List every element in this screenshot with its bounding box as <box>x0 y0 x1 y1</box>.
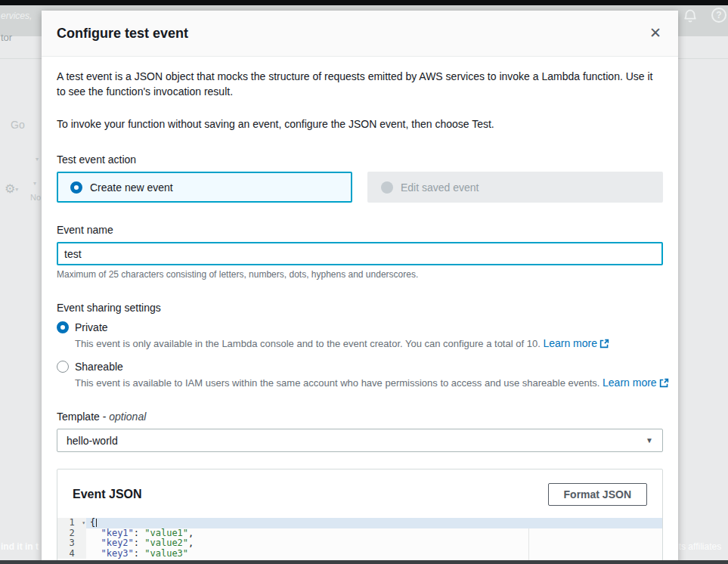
configure-test-event-dialog: Configure test event ✕ A test event is a… <box>42 11 678 564</box>
template-label-text: Template - <box>57 411 106 423</box>
code-text: { <box>86 518 662 528</box>
dialog-title: Configure test event <box>57 25 188 42</box>
json-value-token: "value2" <box>144 538 188 548</box>
private-description: This event is only available in the Lamb… <box>75 337 663 350</box>
event-name-label: Event name <box>57 222 663 237</box>
gear-icon: ⚙▾ <box>5 181 18 196</box>
line-number: 4 <box>69 548 74 559</box>
radio-checked-icon <box>57 321 69 333</box>
code-text: "key1": "value1", <box>86 528 662 539</box>
shareable-radio[interactable]: Shareable <box>57 361 663 373</box>
footer-text-fragment: ind it in t <box>1 541 39 552</box>
code-line: 2 "key1": "value1", <box>57 528 662 539</box>
test-event-action-label: Test event action <box>57 152 663 167</box>
template-optional-text: optional <box>109 411 146 423</box>
radio-disabled-icon <box>381 181 393 194</box>
close-icon[interactable]: ✕ <box>648 26 663 41</box>
private-description-text: This event is only available in the Lamb… <box>75 338 541 349</box>
shareable-description: This event is available to IAM users wit… <box>75 377 663 389</box>
event-sharing-label: Event sharing settings <box>57 300 663 315</box>
learn-more-label: Learn more <box>543 337 597 349</box>
private-radio[interactable]: Private <box>57 321 663 333</box>
instruction-text: To invoke your function without saving a… <box>57 116 663 132</box>
line-number-gutter: 1▾ <box>57 518 86 528</box>
browser-top-edge <box>0 0 728 5</box>
chevron-down-icon: ▾ <box>36 156 39 163</box>
external-link-icon <box>659 378 669 388</box>
template-select[interactable]: hello-world ▼ <box>57 429 663 452</box>
private-radio-label: Private <box>75 321 108 333</box>
line-number-gutter: 4 <box>57 549 86 559</box>
shareable-description-text: This event is available to IAM users wit… <box>75 377 599 389</box>
brace-token: { <box>90 517 95 528</box>
shareable-radio-label: Shareable <box>75 361 123 373</box>
code-text: "key2": "value2", <box>86 538 662 549</box>
event-name-input[interactable] <box>57 242 663 265</box>
edit-saved-event-label: Edit saved event <box>401 181 479 194</box>
format-json-button[interactable]: Format JSON <box>548 483 647 506</box>
event-json-header: Event JSON Format JSON <box>57 469 662 518</box>
edit-saved-event-option[interactable]: Edit saved event <box>367 172 663 203</box>
code-text: "key3": "value3" <box>86 549 662 559</box>
test-event-action-options: Create new event Edit saved event <box>57 172 663 203</box>
radio-unchecked-icon <box>57 361 69 373</box>
line-number-gutter: 3 <box>57 538 86 549</box>
json-key-token: "key2" <box>101 538 133 548</box>
create-new-event-option[interactable]: Create new event <box>57 172 352 203</box>
help-glyph: ? <box>716 10 721 20</box>
code-line: 4 "key3": "value3" <box>57 549 662 559</box>
template-selected-value: hello-world <box>67 435 118 447</box>
line-number: 3 <box>69 538 74 548</box>
footer-copyright-fragment: its affiliates <box>677 541 721 552</box>
line-number: 1 <box>69 517 74 528</box>
event-json-panel: Event JSON Format JSON 1▾ { 2 "key1": "v… <box>57 469 663 564</box>
dialog-header: Configure test event ✕ <box>42 11 678 57</box>
intro-text: A test event is a JSON object that mocks… <box>57 69 663 99</box>
dialog-body: A test event is a JSON object that mocks… <box>42 57 678 564</box>
json-code-editor[interactable]: 1▾ { 2 "key1": "value1", 3 "key2": "valu… <box>57 518 662 564</box>
go-button-fragment: Go <box>11 119 25 131</box>
fold-caret-icon[interactable]: ▾ <box>82 518 85 528</box>
test-event-action-field: Test event action Create new event Edit … <box>57 152 663 203</box>
event-name-hint: Maximum of 25 characters consisting of l… <box>57 269 663 280</box>
create-new-event-label: Create new event <box>90 181 173 194</box>
template-field: Template - optional hello-world ▼ <box>57 409 663 452</box>
nav-search-placeholder-fragment: ervices, <box>1 11 32 21</box>
browser-bottom-edge <box>0 560 728 564</box>
json-value-token: "value3" <box>144 548 188 559</box>
notifications-bell-icon <box>682 8 699 24</box>
background-text-fragment: No <box>30 193 41 202</box>
chevron-down-icon: ▾ <box>33 180 36 187</box>
private-learn-more-link[interactable]: Learn more <box>543 337 609 349</box>
json-value-token: "value1" <box>144 528 188 538</box>
template-label: Template - optional <box>57 409 663 424</box>
chevron-down-icon: ▾ <box>15 186 18 193</box>
event-json-title: Event JSON <box>73 488 142 501</box>
text-cursor <box>96 519 97 527</box>
event-name-field: Event name Maximum of 25 characters cons… <box>57 222 663 280</box>
line-number: 2 <box>69 528 74 538</box>
code-line: 3 "key2": "value2", <box>57 538 662 549</box>
help-icon: ? <box>711 8 726 23</box>
shareable-learn-more-link[interactable]: Learn more <box>603 377 669 389</box>
external-link-icon <box>599 339 609 349</box>
nav-text-fragment: tor <box>1 32 12 43</box>
select-caret-icon: ▼ <box>646 436 653 445</box>
json-key-token: "key3" <box>101 548 133 559</box>
event-sharing-field: Event sharing settings Private This even… <box>57 300 663 389</box>
line-number-gutter: 2 <box>57 528 86 539</box>
code-line: 1▾ { <box>57 518 662 528</box>
radio-checked-icon <box>70 181 82 194</box>
learn-more-label: Learn more <box>603 377 657 389</box>
json-key-token: "key1" <box>101 528 133 538</box>
gear-glyph: ⚙ <box>5 182 15 195</box>
